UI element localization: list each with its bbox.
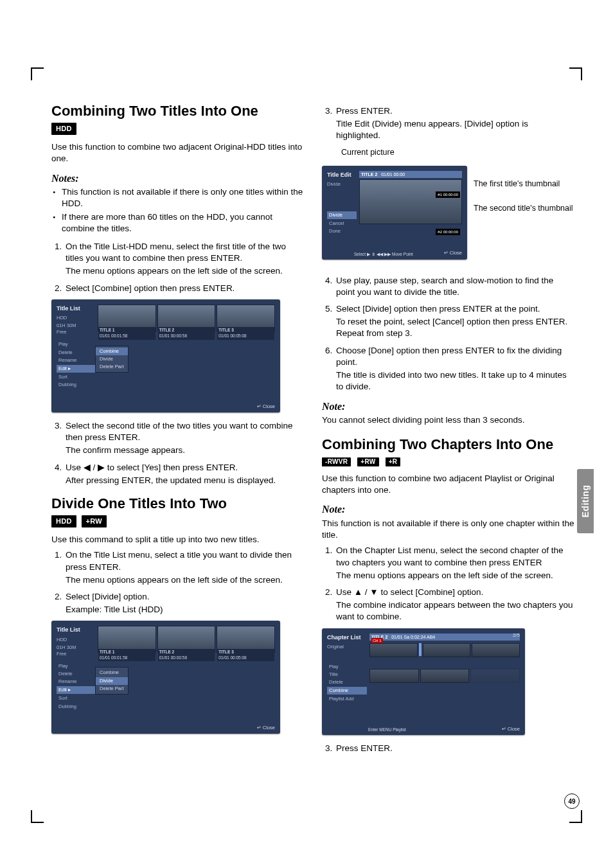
ui-submenu-item-selected: Combine <box>96 348 128 355</box>
step-sub: The menu options appears on the left sid… <box>66 265 304 277</box>
step-text: Press ENTER. <box>336 106 393 116</box>
tag-plusr: +R <box>386 457 401 466</box>
step-sub: The menu options appears on the left sid… <box>66 574 304 586</box>
intro-text: Use this command to split a title up int… <box>51 534 304 545</box>
ui-close-hint: ↵ Close <box>444 250 462 256</box>
ui-close-hint: ↵ Close <box>502 726 520 732</box>
ui-menu-item: Playlist Add <box>327 695 367 703</box>
ui-submenu: Combine Divide Delete Part <box>95 667 129 694</box>
section-title: Combining Two Chapters Into One -RWVR +R… <box>322 436 574 469</box>
ui-chapter-thumb <box>420 669 470 683</box>
side-tab: Editing <box>577 469 594 533</box>
steps-list: Select the second title of the two title… <box>51 420 304 486</box>
ui-menu-item-selected: Divide <box>327 211 357 219</box>
note-item: This function is not available if there … <box>62 186 304 209</box>
ui-menu-item: Dubbing <box>57 381 95 389</box>
crop-mark <box>31 67 44 80</box>
step-sub: Example: Title List (HDD) <box>66 604 304 616</box>
ui-menu-item-selected: Edit ▸ <box>57 365 95 373</box>
ui-menu-item: Cancel <box>327 220 357 227</box>
step: Choose [Done] option then press ENTER to… <box>335 345 574 393</box>
ui-chapter-strip <box>369 669 520 683</box>
screenshot-annotations: The first title's thumbnail The second t… <box>474 161 574 229</box>
steps-list: Use play, pause step, search and slow-mo… <box>322 275 574 393</box>
crop-mark <box>31 810 44 823</box>
ui-menu-item: Delete <box>327 678 367 686</box>
step-sub: The title is divided into two new titles… <box>336 369 574 393</box>
ui-timecode: #1 00:00:00 <box>436 191 460 198</box>
ui-screenshot-title-edit-divide: Title Edit Divide Divide Cancel Done TIT… <box>322 166 467 260</box>
ui-screenshot-titlelist: 1/3 Title List HDD 01H 30MFree Play Dele… <box>51 299 280 412</box>
ui-menu-item: Play <box>327 663 367 671</box>
ui-subtitle: HDD <box>57 637 95 643</box>
ui-thumbnail: TITLE 301/01 00:05:08 <box>217 626 275 653</box>
ui-window-title: Chapter List <box>327 633 367 641</box>
step: Select [Combine] option then press ENTER… <box>64 283 304 294</box>
ui-menu-item: Title <box>327 671 367 678</box>
step-sub: After pressing ENTER, the updated menu i… <box>66 475 304 486</box>
ui-window-title: Title List <box>57 305 95 312</box>
step-sub: The menu options appears on the left sid… <box>336 570 574 581</box>
step: On the Chapter List menu, select the sec… <box>335 545 574 581</box>
ui-window-title: Title List <box>57 626 95 633</box>
note-heading: Note: <box>322 502 574 517</box>
ui-title-bar: TITLE 2 01/01 Sa 0:02:24 AB4 <box>369 633 520 641</box>
ui-menu-item: Play <box>57 341 95 348</box>
step: On the Title List-HDD menu, select the f… <box>64 241 304 278</box>
ui-pager: 2/5 <box>513 632 520 639</box>
notes-list: This function is not available if there … <box>51 186 304 235</box>
step: Use ▲ / ▼ to select [Combine] option. Th… <box>335 587 574 623</box>
steps-list: On the Title List-HDD menu, select the f… <box>51 241 304 294</box>
ui-close-hint: ↵ Close <box>257 725 275 731</box>
step: Select [Divide] option. Example: Title L… <box>64 591 304 616</box>
ui-timecode: #2 00:00:00 <box>436 229 460 235</box>
tag-hdd: HDD <box>51 123 76 135</box>
ui-menu-item: Done <box>327 227 357 235</box>
ui-thumbnail: TITLE 101/01 00:01:58 <box>98 626 156 653</box>
steps-list: On the Title List menu, select a title y… <box>51 549 304 616</box>
ui-menu-item: Rename <box>57 357 95 364</box>
ui-chapter-strip: CH 1 <box>369 643 520 657</box>
ui-submenu-item: Combine <box>96 669 128 677</box>
intro-text: Use this function to combine two adjacen… <box>51 141 304 164</box>
ui-preview: #1 00:00:00 #2 00:00:00 <box>359 179 462 224</box>
ui-submenu-item-selected: Divide <box>96 677 128 685</box>
ui-thumbnail: TITLE 201/01 00:00:58 <box>157 626 216 653</box>
ui-chapter-thumb <box>470 669 520 683</box>
step-text: Select [Divide] option. <box>66 592 150 601</box>
note-text: This function is not available if there … <box>322 518 574 541</box>
side-tab-label: Editing <box>580 485 591 518</box>
ui-menu-item: Delete <box>57 349 95 357</box>
ui-free-label: 01H 30MFree <box>57 323 95 335</box>
step: Select [Divide] option then press ENTER … <box>335 303 574 340</box>
step-text: Choose [Done] option then press ENTER to… <box>336 346 562 367</box>
ui-free-label: 01H 30MFree <box>57 644 95 657</box>
page-number: 49 <box>564 793 580 809</box>
section-title: Combining Two Titles Into One <box>51 103 304 119</box>
ui-subtitle: Divide <box>327 181 357 188</box>
step-text: On the Title List-HDD menu, select the f… <box>66 242 286 263</box>
step-text: Use ▲ / ▼ to select [Combine] option. <box>336 587 483 597</box>
ui-menu-item: Rename <box>57 678 95 686</box>
ui-chapter-badge: CH 1 <box>371 638 383 643</box>
ui-menu-item: Sort <box>57 373 95 381</box>
steps-list: Press ENTER. <box>322 743 574 754</box>
ui-menu-item: Sort <box>57 695 95 702</box>
step-sub: The confirm message appears. <box>66 445 304 456</box>
note-text: You cannot select dividing point less th… <box>322 414 574 426</box>
step: Select the second title of the two title… <box>64 420 304 457</box>
step: Press ENTER. Title Edit (Divide) menu ap… <box>335 105 574 142</box>
ui-menu-item: Play <box>57 662 95 670</box>
note-heading: Note: <box>322 400 574 414</box>
ui-menu-item: Dubbing <box>57 703 95 711</box>
step-text: Use ◀ / ▶ to select [Yes] then press ENT… <box>66 463 238 472</box>
annotation-text: The first title's thumbnail <box>474 179 574 190</box>
crop-mark <box>569 67 582 80</box>
ui-chapter-thumb: CH 1 <box>369 643 418 657</box>
caption: Current picture <box>341 147 574 158</box>
ui-combine-indicator <box>419 643 422 656</box>
ui-menu-item: Delete <box>57 670 95 678</box>
step-sub: The combine indicator appears between th… <box>336 599 574 623</box>
tag-hdd: HDD <box>51 515 76 527</box>
tag-plusrw: +RW <box>82 515 107 527</box>
